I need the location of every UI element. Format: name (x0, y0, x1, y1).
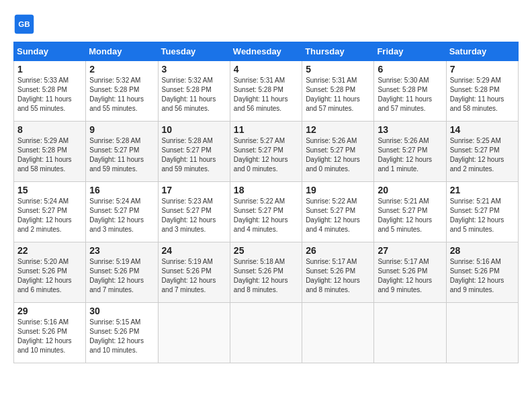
day-info: Sunrise: 5:32 AM Sunset: 5:28 PM Dayligh… (89, 76, 154, 113)
column-header-saturday: Saturday (446, 42, 518, 61)
calendar-cell: 2Sunrise: 5:32 AM Sunset: 5:28 PM Daylig… (86, 61, 158, 122)
calendar-cell: 17Sunrise: 5:23 AM Sunset: 5:27 PM Dayli… (158, 182, 230, 242)
calendar-cell: 10Sunrise: 5:28 AM Sunset: 5:27 PM Dayli… (158, 122, 230, 182)
calendar-cell: 19Sunrise: 5:22 AM Sunset: 5:27 PM Dayli… (302, 182, 374, 242)
day-info: Sunrise: 5:28 AM Sunset: 5:27 PM Dayligh… (89, 136, 154, 174)
day-number: 5 (306, 64, 370, 75)
calendar-cell: 9Sunrise: 5:28 AM Sunset: 5:27 PM Daylig… (86, 122, 158, 182)
column-header-sunday: Sunday (14, 42, 86, 61)
calendar-cell: 8Sunrise: 5:29 AM Sunset: 5:28 PM Daylig… (14, 122, 86, 182)
day-number: 24 (162, 245, 226, 256)
day-number: 20 (378, 185, 442, 195)
calendar-week-2: 8Sunrise: 5:29 AM Sunset: 5:28 PM Daylig… (14, 122, 519, 182)
day-info: Sunrise: 5:26 AM Sunset: 5:27 PM Dayligh… (306, 136, 370, 174)
day-info: Sunrise: 5:33 AM Sunset: 5:28 PM Dayligh… (17, 76, 82, 113)
day-number: 26 (306, 245, 370, 256)
calendar-cell (158, 303, 230, 363)
calendar-cell: 30Sunrise: 5:15 AM Sunset: 5:26 PM Dayli… (86, 303, 158, 363)
day-number: 23 (89, 245, 154, 256)
day-info: Sunrise: 5:23 AM Sunset: 5:27 PM Dayligh… (162, 197, 226, 234)
day-info: Sunrise: 5:28 AM Sunset: 5:27 PM Dayligh… (162, 136, 226, 174)
day-info: Sunrise: 5:32 AM Sunset: 5:28 PM Dayligh… (162, 76, 226, 113)
day-number: 15 (17, 185, 82, 195)
day-info: Sunrise: 5:31 AM Sunset: 5:28 PM Dayligh… (306, 76, 370, 113)
day-info: Sunrise: 5:19 AM Sunset: 5:26 PM Dayligh… (162, 257, 226, 295)
calendar-cell: 5Sunrise: 5:31 AM Sunset: 5:28 PM Daylig… (302, 61, 374, 122)
column-header-thursday: Thursday (302, 42, 374, 61)
calendar-cell: 28Sunrise: 5:16 AM Sunset: 5:26 PM Dayli… (446, 242, 518, 303)
column-header-friday: Friday (374, 42, 446, 61)
day-info: Sunrise: 5:24 AM Sunset: 5:27 PM Dayligh… (89, 197, 154, 234)
day-number: 11 (234, 124, 298, 135)
day-number: 21 (450, 185, 515, 195)
day-info: Sunrise: 5:17 AM Sunset: 5:26 PM Dayligh… (378, 257, 442, 295)
day-number: 29 (17, 306, 82, 316)
calendar-cell: 15Sunrise: 5:24 AM Sunset: 5:27 PM Dayli… (14, 182, 86, 242)
calendar-cell: 29Sunrise: 5:16 AM Sunset: 5:26 PM Dayli… (14, 303, 86, 363)
day-info: Sunrise: 5:16 AM Sunset: 5:26 PM Dayligh… (17, 318, 82, 355)
day-info: Sunrise: 5:17 AM Sunset: 5:26 PM Dayligh… (306, 257, 370, 295)
day-number: 9 (89, 124, 154, 135)
day-number: 18 (234, 185, 298, 195)
day-number: 14 (450, 124, 515, 135)
column-header-tuesday: Tuesday (158, 42, 230, 61)
day-info: Sunrise: 5:31 AM Sunset: 5:28 PM Dayligh… (234, 76, 298, 113)
day-info: Sunrise: 5:19 AM Sunset: 5:26 PM Dayligh… (89, 257, 154, 295)
calendar-cell: 11Sunrise: 5:27 AM Sunset: 5:27 PM Dayli… (230, 122, 302, 182)
day-number: 8 (17, 124, 82, 135)
day-info: Sunrise: 5:18 AM Sunset: 5:26 PM Dayligh… (234, 257, 298, 295)
calendar-week-1: 1Sunrise: 5:33 AM Sunset: 5:28 PM Daylig… (14, 61, 519, 122)
calendar-cell (230, 303, 302, 363)
calendar-cell: 12Sunrise: 5:26 AM Sunset: 5:27 PM Dayli… (302, 122, 374, 182)
calendar-cell (374, 303, 446, 363)
day-number: 10 (162, 124, 226, 135)
logo: GB (13, 13, 38, 35)
day-info: Sunrise: 5:24 AM Sunset: 5:27 PM Dayligh… (17, 197, 82, 234)
calendar-cell: 6Sunrise: 5:30 AM Sunset: 5:28 PM Daylig… (374, 61, 446, 122)
day-number: 1 (17, 64, 82, 75)
day-number: 22 (17, 245, 82, 256)
calendar-cell: 23Sunrise: 5:19 AM Sunset: 5:26 PM Dayli… (86, 242, 158, 303)
calendar-cell: 3Sunrise: 5:32 AM Sunset: 5:28 PM Daylig… (158, 61, 230, 122)
calendar-cell: 18Sunrise: 5:22 AM Sunset: 5:27 PM Dayli… (230, 182, 302, 242)
day-number: 19 (306, 185, 370, 195)
calendar-cell (446, 303, 518, 363)
day-info: Sunrise: 5:21 AM Sunset: 5:27 PM Dayligh… (378, 197, 442, 234)
day-number: 28 (450, 245, 515, 256)
day-info: Sunrise: 5:21 AM Sunset: 5:27 PM Dayligh… (450, 197, 515, 234)
calendar-cell: 7Sunrise: 5:29 AM Sunset: 5:28 PM Daylig… (446, 61, 518, 122)
calendar-cell: 21Sunrise: 5:21 AM Sunset: 5:27 PM Dayli… (446, 182, 518, 242)
calendar-cell: 4Sunrise: 5:31 AM Sunset: 5:28 PM Daylig… (230, 61, 302, 122)
day-info: Sunrise: 5:15 AM Sunset: 5:26 PM Dayligh… (89, 318, 154, 355)
day-number: 4 (234, 64, 298, 75)
day-number: 30 (89, 306, 154, 316)
calendar-cell (302, 303, 374, 363)
column-header-monday: Monday (86, 42, 158, 61)
day-number: 3 (162, 64, 226, 75)
day-info: Sunrise: 5:30 AM Sunset: 5:28 PM Dayligh… (378, 76, 442, 113)
calendar-cell: 14Sunrise: 5:25 AM Sunset: 5:27 PM Dayli… (446, 122, 518, 182)
calendar-week-5: 29Sunrise: 5:16 AM Sunset: 5:26 PM Dayli… (14, 303, 519, 363)
calendar-cell: 16Sunrise: 5:24 AM Sunset: 5:27 PM Dayli… (86, 182, 158, 242)
column-header-wednesday: Wednesday (230, 42, 302, 61)
day-number: 6 (378, 64, 442, 75)
calendar-cell: 27Sunrise: 5:17 AM Sunset: 5:26 PM Dayli… (374, 242, 446, 303)
calendar-table: SundayMondayTuesdayWednesdayThursdayFrid… (13, 42, 519, 363)
logo-icon: GB (13, 13, 35, 35)
day-info: Sunrise: 5:29 AM Sunset: 5:28 PM Dayligh… (17, 136, 82, 174)
calendar-cell: 22Sunrise: 5:20 AM Sunset: 5:26 PM Dayli… (14, 242, 86, 303)
day-number: 13 (378, 124, 442, 135)
day-info: Sunrise: 5:22 AM Sunset: 5:27 PM Dayligh… (234, 197, 298, 234)
day-info: Sunrise: 5:27 AM Sunset: 5:27 PM Dayligh… (234, 136, 298, 174)
calendar-cell: 24Sunrise: 5:19 AM Sunset: 5:26 PM Dayli… (158, 242, 230, 303)
day-number: 16 (89, 185, 154, 195)
calendar-cell: 25Sunrise: 5:18 AM Sunset: 5:26 PM Dayli… (230, 242, 302, 303)
svg-text:GB: GB (18, 20, 30, 28)
day-info: Sunrise: 5:26 AM Sunset: 5:27 PM Dayligh… (378, 136, 442, 174)
day-info: Sunrise: 5:16 AM Sunset: 5:26 PM Dayligh… (450, 257, 515, 295)
day-number: 12 (306, 124, 370, 135)
day-info: Sunrise: 5:29 AM Sunset: 5:28 PM Dayligh… (450, 76, 515, 113)
calendar-week-3: 15Sunrise: 5:24 AM Sunset: 5:27 PM Dayli… (14, 182, 519, 242)
calendar-cell: 13Sunrise: 5:26 AM Sunset: 5:27 PM Dayli… (374, 122, 446, 182)
day-number: 17 (162, 185, 226, 195)
